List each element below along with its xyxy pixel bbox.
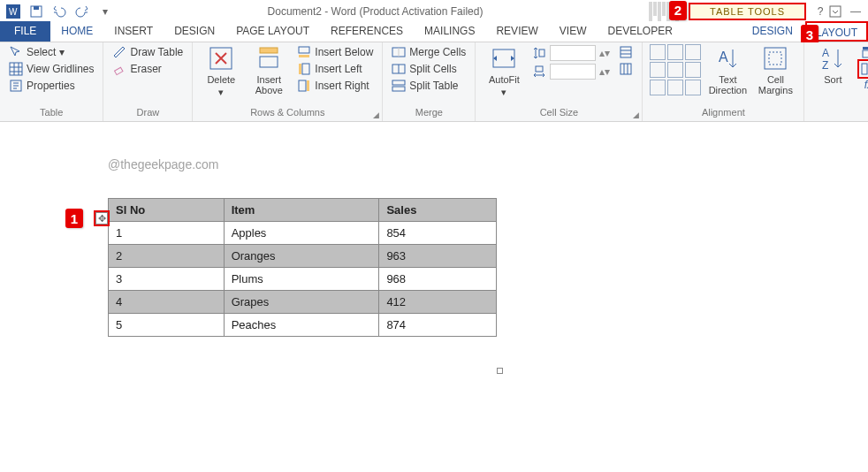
- qat-customize-icon[interactable]: ▾: [95, 2, 115, 21]
- sort-button[interactable]: AZSort: [811, 44, 854, 85]
- svg-rect-31: [863, 47, 868, 49]
- distribute-cols-button[interactable]: [617, 61, 635, 77]
- table-cell[interactable]: Grapes: [224, 291, 379, 314]
- table-cell[interactable]: 874: [379, 314, 497, 337]
- svg-rect-16: [307, 80, 309, 91]
- svg-rect-27: [765, 48, 786, 69]
- save-icon[interactable]: [27, 2, 46, 21]
- table-cell[interactable]: 963: [379, 245, 497, 268]
- table-cell[interactable]: Plums: [224, 268, 379, 291]
- rowscols-launcher-icon[interactable]: ◢: [373, 110, 379, 119]
- split-cells-button[interactable]: Split Cells: [390, 61, 468, 77]
- svg-rect-33: [862, 64, 867, 74]
- text-direction-button[interactable]: AText Direction: [706, 44, 749, 95]
- insert-left-label: Insert Left: [315, 63, 362, 75]
- svg-rect-15: [299, 80, 306, 91]
- group-data: AZSort Repeat Header Rows Convert to Tex…: [804, 42, 868, 121]
- table-cell[interactable]: 854: [379, 222, 497, 245]
- insert-right-button[interactable]: Insert Right: [295, 78, 375, 94]
- group-rowscols-label: Rows & Columns: [200, 107, 375, 121]
- draw-table-button[interactable]: Draw Table: [110, 44, 185, 60]
- table-row[interactable]: 1Apples854: [109, 222, 497, 245]
- insert-below-button[interactable]: Insert Below: [295, 44, 375, 60]
- table-row[interactable]: 2Oranges963: [109, 245, 497, 268]
- tab-file[interactable]: FILE: [0, 21, 50, 42]
- insert-above-button[interactable]: Insert Above: [247, 44, 290, 95]
- alignment-grid[interactable]: [650, 44, 701, 95]
- properties-button[interactable]: Properties: [7, 78, 95, 94]
- select-label: Select: [27, 46, 56, 58]
- svg-rect-20: [392, 87, 405, 91]
- tab-mailings[interactable]: MAILINGS: [414, 21, 485, 42]
- row-height-input[interactable]: ▴▾: [530, 44, 612, 62]
- table-header-cell[interactable]: Sales: [379, 199, 497, 222]
- view-gridlines-button[interactable]: View Gridlines: [7, 61, 95, 77]
- table-cell[interactable]: Peaches: [224, 314, 379, 337]
- distribute-rows-button[interactable]: [617, 44, 635, 60]
- group-data-label: Data: [811, 107, 868, 121]
- table-cell[interactable]: 968: [379, 268, 497, 291]
- svg-rect-22: [539, 49, 544, 57]
- group-alignment: AText Direction Cell Margins Alignment: [643, 42, 804, 121]
- repeat-header-rows-button[interactable]: Repeat Header Rows: [859, 44, 868, 60]
- group-cell-size: AutoFit▾ ▴▾ ▴▾ Cell Size ◢: [476, 42, 643, 121]
- table-cell[interactable]: 4: [109, 291, 225, 314]
- tab-insert[interactable]: INSERT: [103, 21, 164, 42]
- tab-view[interactable]: VIEW: [549, 21, 598, 42]
- col-width-input[interactable]: ▴▾: [530, 63, 612, 80]
- redo-icon[interactable]: [72, 2, 92, 21]
- eraser-button[interactable]: Eraser: [110, 61, 185, 77]
- svg-rect-28: [769, 52, 781, 65]
- convert-to-text-button[interactable]: Convert to Text: [859, 61, 868, 77]
- svg-text:A: A: [719, 49, 728, 65]
- formula-button[interactable]: fxFormula: [859, 78, 868, 92]
- group-rows-columns: Delete▾ Insert Above Insert Below Insert…: [193, 42, 383, 121]
- group-alignment-label: Alignment: [650, 107, 796, 121]
- cell-margins-button[interactable]: Cell Margins: [754, 44, 796, 95]
- gridlines-label: View Gridlines: [27, 63, 94, 75]
- table-cell[interactable]: 1: [109, 222, 225, 245]
- table-resize-handle[interactable]: [497, 368, 503, 374]
- text-direction-label: Text Direction: [706, 74, 749, 95]
- cellsize-launcher-icon[interactable]: ◢: [633, 110, 639, 119]
- table-cell[interactable]: 412: [379, 291, 497, 314]
- table-header-cell[interactable]: Sl No: [109, 199, 225, 222]
- table-move-handle[interactable]: [95, 212, 108, 225]
- merge-cells-button[interactable]: Merge Cells: [390, 44, 468, 60]
- tab-home[interactable]: HOME: [50, 21, 103, 42]
- split-table-button[interactable]: Split Table: [390, 78, 468, 94]
- table-row[interactable]: 3Plums968: [109, 268, 497, 291]
- help-icon[interactable]: ?: [811, 5, 829, 18]
- table-cell[interactable]: 2: [109, 245, 225, 268]
- tab-table-design[interactable]: DESIGN: [742, 21, 803, 42]
- table-cell[interactable]: 5: [109, 314, 225, 337]
- insert-left-button[interactable]: Insert Left: [295, 61, 375, 77]
- ribbon-options-icon[interactable]: [829, 5, 847, 18]
- minimize-icon[interactable]: —: [847, 5, 864, 18]
- tab-developer[interactable]: DEVELOPER: [597, 21, 682, 42]
- delete-button[interactable]: Delete▾: [200, 44, 242, 97]
- table-cell[interactable]: Oranges: [224, 245, 379, 268]
- tab-references[interactable]: REFERENCES: [320, 21, 414, 42]
- tab-page-layout[interactable]: PAGE LAYOUT: [225, 21, 320, 42]
- table-row[interactable]: 4Grapes412: [109, 291, 497, 314]
- undo-icon[interactable]: [49, 2, 69, 21]
- table-header-cell[interactable]: Item: [224, 199, 379, 222]
- table-cell[interactable]: Apples: [224, 222, 379, 245]
- insert-right-label: Insert Right: [315, 80, 369, 92]
- table-row[interactable]: 5Peaches874: [109, 314, 497, 337]
- group-merge: Merge Cells Split Cells Split Table Merg…: [383, 42, 476, 121]
- autofit-button[interactable]: AutoFit▾: [483, 44, 525, 97]
- svg-rect-10: [260, 48, 278, 53]
- page: @thegeekpage.com 1 Sl NoItemSales 1Apple…: [88, 157, 583, 472]
- tab-design[interactable]: DESIGN: [164, 21, 225, 42]
- select-button[interactable]: Select ▾: [7, 44, 95, 60]
- table-cell[interactable]: 3: [109, 268, 225, 291]
- word-app-icon[interactable]: W: [4, 2, 23, 21]
- svg-text:W: W: [9, 7, 18, 17]
- data-table[interactable]: Sl NoItemSales 1Apples8542Oranges9633Plu…: [108, 198, 497, 337]
- insert-above-label: Insert Above: [247, 74, 290, 95]
- group-cellsize-label: Cell Size: [483, 107, 635, 121]
- tab-review[interactable]: REVIEW: [485, 21, 548, 42]
- cell-margins-label: Cell Margins: [754, 74, 796, 95]
